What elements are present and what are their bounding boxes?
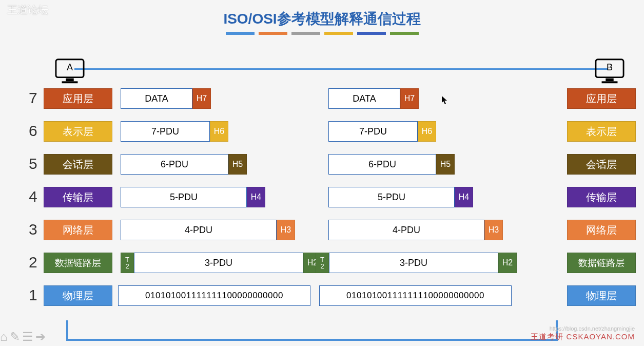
pdu-header: H7 — [192, 88, 211, 109]
layer-number: 3 — [29, 221, 37, 238]
pdu-a-layer-4: 5-PDUH4 — [121, 187, 265, 207]
pdu-body: 3-PDU — [329, 253, 498, 273]
pdu-header: H4 — [455, 187, 473, 207]
layer-left-7: 应用层 — [44, 88, 112, 109]
host-b-icon: B — [595, 58, 625, 87]
bar-segment — [226, 32, 255, 35]
pdu-body: 010101001111111100000000000 — [118, 285, 310, 306]
pdu-a-layer-2: T23-PDUH2 — [121, 253, 322, 273]
pdu-header: H6 — [418, 121, 436, 142]
svg-rect-2 — [62, 81, 78, 83]
arrow-right-icon: ➔ — [35, 330, 46, 344]
pdu-b-layer-4: 5-PDUH4 — [328, 187, 473, 207]
osi-layers-area: 7应用层应用层DATAH7DATAH76表示层表示层7-PDUH67-PDUH6… — [5, 86, 639, 316]
layer-number: 7 — [29, 89, 37, 107]
pdu-body: 7-PDU — [328, 121, 418, 142]
layer-right-5: 会话层 — [567, 154, 636, 175]
pdu-header: H5 — [436, 154, 455, 175]
menu-icon: ☰ — [22, 330, 33, 344]
host-b-label: B — [595, 62, 625, 73]
layer-number: 5 — [29, 155, 37, 172]
pdu-body: DATA — [121, 88, 192, 109]
pdu-body: 5-PDU — [121, 187, 247, 207]
layer-row-7: 7应用层应用层DATAH7DATAH7 — [5, 86, 639, 118]
layer-row-4: 4传输层传输层5-PDUH45-PDUH4 — [5, 185, 639, 217]
pdu-header: H4 — [247, 187, 265, 207]
bar-segment — [357, 32, 386, 35]
layer-left-6: 表示层 — [44, 121, 112, 142]
layer-left-1: 物理层 — [44, 285, 112, 306]
top-connection-line — [74, 68, 608, 70]
nav-icons: ⌂ ✎ ☰ ➔ — [0, 330, 46, 344]
bar-segment — [324, 32, 353, 35]
layer-right-1: 物理层 — [567, 285, 636, 306]
layer-right-2: 数据链路层 — [567, 253, 636, 273]
layer-number: 2 — [29, 254, 37, 271]
home-icon: ⌂ — [0, 330, 8, 344]
svg-rect-1 — [66, 79, 73, 82]
pdu-b-layer-1: 010101001111111100000000000 — [319, 285, 512, 306]
layer-number: 4 — [29, 188, 37, 205]
pdu-b-layer-6: 7-PDUH6 — [328, 121, 436, 142]
layer-right-6: 表示层 — [567, 121, 636, 142]
pdu-a-layer-3: 4-PDUH3 — [121, 220, 295, 240]
watermark-top-left: 王道论坛 — [7, 3, 48, 17]
host-a-icon: A — [55, 58, 85, 87]
pdu-a-layer-1: 010101001111111100000000000 — [118, 285, 310, 306]
pdu-trailer: T2 — [316, 253, 329, 273]
bar-segment — [291, 32, 320, 35]
layer-number: 1 — [29, 286, 37, 304]
pdu-body: 6-PDU — [328, 154, 436, 175]
layer-left-3: 网络层 — [44, 220, 112, 240]
pdu-b-layer-7: DATAH7 — [328, 88, 419, 109]
layer-right-3: 网络层 — [567, 220, 636, 240]
pdu-body: 4-PDU — [121, 220, 277, 240]
pdu-header: H3 — [277, 220, 295, 240]
watermark-brand: 王道考研 CSKAOYAN.COM — [531, 332, 635, 342]
layer-left-2: 数据链路层 — [44, 253, 112, 273]
pdu-b-layer-3: 4-PDUH3 — [328, 220, 503, 240]
pdu-body: 6-PDU — [121, 154, 228, 175]
pdu-a-layer-6: 7-PDUH6 — [121, 121, 228, 142]
pdu-trailer: T2 — [121, 253, 134, 273]
pdu-body: DATA — [328, 88, 400, 109]
layer-row-2: 2数据链路层数据链路层T23-PDUH2T23-PDUH2 — [5, 251, 639, 282]
layer-left-5: 会话层 — [44, 154, 112, 175]
pdu-a-layer-7: DATAH7 — [121, 88, 211, 109]
pdu-body: 3-PDU — [134, 253, 303, 273]
pdu-header: H5 — [228, 154, 247, 175]
layer-right-4: 传输层 — [567, 187, 636, 207]
title-underline-bar — [0, 32, 644, 35]
pdu-body: 010101001111111100000000000 — [319, 285, 512, 306]
pdu-body: 4-PDU — [328, 220, 484, 240]
pdu-b-layer-5: 6-PDUH5 — [328, 154, 455, 175]
pdu-header: H6 — [210, 121, 228, 142]
layer-left-4: 传输层 — [44, 187, 112, 207]
pdu-b-layer-2: T23-PDUH2 — [316, 253, 517, 273]
bottom-connection-line — [66, 339, 558, 341]
host-a-label: A — [55, 62, 85, 73]
bar-segment — [259, 32, 287, 35]
pencil-icon: ✎ — [10, 330, 20, 344]
layer-number: 6 — [29, 122, 37, 140]
watermark-url: https://blog.csdn.net/zhangmingjie — [550, 325, 635, 332]
layer-row-6: 6表示层表示层7-PDUH67-PDUH6 — [5, 119, 639, 151]
pdu-body: 7-PDU — [121, 121, 210, 142]
pdu-header: H7 — [400, 88, 419, 109]
pdu-body: 5-PDU — [328, 187, 455, 207]
svg-rect-5 — [602, 81, 618, 83]
pdu-a-layer-5: 6-PDUH5 — [121, 154, 247, 175]
bar-segment — [390, 32, 419, 35]
pdu-header: H3 — [484, 220, 503, 240]
layer-row-1: 1物理层物理层010101001111111100000000000010101… — [5, 283, 639, 315]
page-title: ISO/OSI参考模型解释通信过程 — [0, 9, 644, 29]
pdu-header: H2 — [498, 253, 517, 273]
svg-rect-4 — [606, 79, 613, 82]
layer-row-3: 3网络层网络层4-PDUH34-PDUH3 — [5, 218, 639, 249]
layer-right-7: 应用层 — [567, 88, 636, 109]
layer-row-5: 5会话层会话层6-PDUH56-PDUH5 — [5, 152, 639, 184]
